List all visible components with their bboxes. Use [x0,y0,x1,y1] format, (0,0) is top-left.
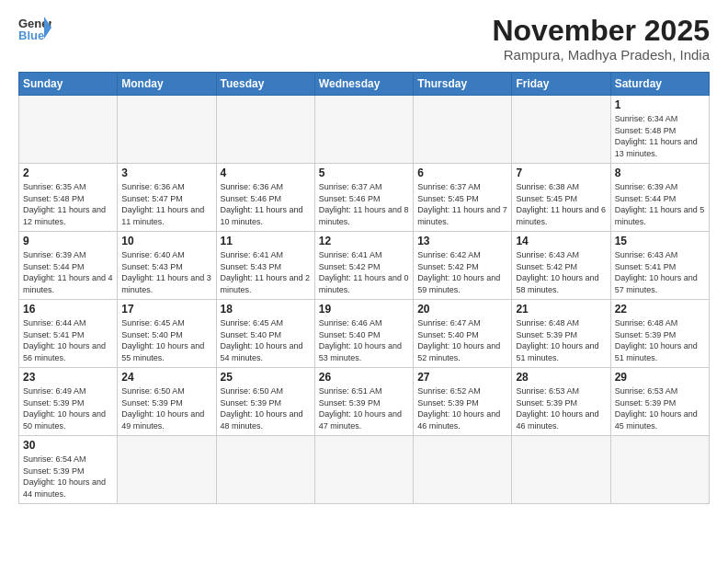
day-info: Sunrise: 6:41 AM Sunset: 5:43 PM Dayligh… [221,249,311,295]
table-row: 15Sunrise: 6:43 AM Sunset: 5:41 PM Dayli… [610,232,709,300]
table-row: 9Sunrise: 6:39 AM Sunset: 5:44 PM Daylig… [19,232,118,300]
day-info: Sunrise: 6:43 AM Sunset: 5:42 PM Dayligh… [516,249,606,295]
day-info: Sunrise: 6:51 AM Sunset: 5:39 PM Dayligh… [319,385,409,431]
day-info: Sunrise: 6:48 AM Sunset: 5:39 PM Dayligh… [516,317,606,363]
day-info: Sunrise: 6:34 AM Sunset: 5:48 PM Dayligh… [615,113,705,159]
table-row: 18Sunrise: 6:45 AM Sunset: 5:40 PM Dayli… [216,300,314,368]
day-number: 19 [319,303,409,316]
day-info: Sunrise: 6:39 AM Sunset: 5:44 PM Dayligh… [23,249,113,295]
day-info: Sunrise: 6:37 AM Sunset: 5:45 PM Dayligh… [417,181,507,227]
day-info: Sunrise: 6:36 AM Sunset: 5:47 PM Dayligh… [121,181,211,227]
day-number: 13 [417,235,507,247]
day-number: 21 [516,303,606,316]
table-row [414,96,512,164]
table-row: 26Sunrise: 6:51 AM Sunset: 5:39 PM Dayli… [314,368,413,436]
col-monday: Monday [118,73,216,96]
svg-text:Blue: Blue [18,29,44,42]
day-number: 10 [121,235,211,247]
table-row [610,436,709,503]
table-row: 10Sunrise: 6:40 AM Sunset: 5:43 PM Dayli… [118,232,216,300]
day-info: Sunrise: 6:44 AM Sunset: 5:41 PM Dayligh… [23,317,113,363]
table-row: 3Sunrise: 6:36 AM Sunset: 5:47 PM Daylig… [118,164,216,232]
logo: General Blue [18,15,51,42]
day-number: 27 [417,371,507,384]
table-row: 27Sunrise: 6:52 AM Sunset: 5:39 PM Dayli… [414,368,512,436]
col-thursday: Thursday [414,73,512,96]
day-info: Sunrise: 6:39 AM Sunset: 5:44 PM Dayligh… [615,181,705,227]
day-number: 1 [615,98,705,111]
day-number: 26 [319,371,409,384]
day-info: Sunrise: 6:48 AM Sunset: 5:39 PM Dayligh… [615,317,705,363]
day-info: Sunrise: 6:36 AM Sunset: 5:46 PM Dayligh… [221,181,311,227]
day-number: 23 [23,371,113,384]
col-tuesday: Tuesday [216,73,314,96]
col-sunday: Sunday [19,73,118,96]
day-info: Sunrise: 6:35 AM Sunset: 5:48 PM Dayligh… [23,181,113,227]
col-saturday: Saturday [610,73,709,96]
table-row: 16Sunrise: 6:44 AM Sunset: 5:41 PM Dayli… [19,300,118,368]
day-number: 12 [319,235,409,247]
calendar-week-0: 1Sunrise: 6:34 AM Sunset: 5:48 PM Daylig… [19,96,710,164]
calendar-table: Sunday Monday Tuesday Wednesday Thursday… [18,72,710,503]
calendar-week-3: 16Sunrise: 6:44 AM Sunset: 5:41 PM Dayli… [19,300,710,368]
table-row [118,436,216,503]
day-number: 11 [221,235,311,247]
day-number: 29 [615,371,705,384]
location: Rampura, Madhya Pradesh, India [492,47,710,63]
day-number: 6 [417,167,507,179]
table-row: 21Sunrise: 6:48 AM Sunset: 5:39 PM Dayli… [512,300,610,368]
day-number: 16 [23,303,113,316]
day-info: Sunrise: 6:45 AM Sunset: 5:40 PM Dayligh… [221,317,311,363]
day-info: Sunrise: 6:54 AM Sunset: 5:39 PM Dayligh… [23,454,113,500]
table-row [512,436,610,503]
day-info: Sunrise: 6:40 AM Sunset: 5:43 PM Dayligh… [121,249,211,295]
table-row: 28Sunrise: 6:53 AM Sunset: 5:39 PM Dayli… [512,368,610,436]
day-number: 7 [516,167,606,179]
table-row: 30Sunrise: 6:54 AM Sunset: 5:39 PM Dayli… [19,436,118,503]
col-wednesday: Wednesday [314,73,413,96]
month-title: November 2025 [492,15,710,47]
calendar-body: 1Sunrise: 6:34 AM Sunset: 5:48 PM Daylig… [19,96,710,503]
day-info: Sunrise: 6:43 AM Sunset: 5:41 PM Dayligh… [615,249,705,295]
day-number: 28 [516,371,606,384]
table-row: 23Sunrise: 6:49 AM Sunset: 5:39 PM Dayli… [19,368,118,436]
day-number: 14 [516,235,606,247]
day-info: Sunrise: 6:50 AM Sunset: 5:39 PM Dayligh… [221,385,311,431]
day-info: Sunrise: 6:53 AM Sunset: 5:39 PM Dayligh… [516,385,606,431]
day-info: Sunrise: 6:52 AM Sunset: 5:39 PM Dayligh… [417,385,507,431]
day-number: 20 [417,303,507,316]
table-row: 20Sunrise: 6:47 AM Sunset: 5:40 PM Dayli… [414,300,512,368]
table-row: 8Sunrise: 6:39 AM Sunset: 5:44 PM Daylig… [610,164,709,232]
table-row [314,436,413,503]
table-row: 17Sunrise: 6:45 AM Sunset: 5:40 PM Dayli… [118,300,216,368]
day-info: Sunrise: 6:37 AM Sunset: 5:46 PM Dayligh… [319,181,409,227]
day-number: 2 [23,167,113,179]
day-info: Sunrise: 6:46 AM Sunset: 5:40 PM Dayligh… [319,317,409,363]
table-row [314,96,413,164]
table-row: 1Sunrise: 6:34 AM Sunset: 5:48 PM Daylig… [610,96,709,164]
header: General Blue November 2025 Rampura, Madh… [18,15,710,63]
table-row: 2Sunrise: 6:35 AM Sunset: 5:48 PM Daylig… [19,164,118,232]
day-number: 9 [23,235,113,247]
day-number: 30 [23,439,113,452]
table-row: 12Sunrise: 6:41 AM Sunset: 5:42 PM Dayli… [314,232,413,300]
table-row [414,436,512,503]
day-info: Sunrise: 6:42 AM Sunset: 5:42 PM Dayligh… [417,249,507,295]
day-number: 24 [121,371,211,384]
col-friday: Friday [512,73,610,96]
header-row: Sunday Monday Tuesday Wednesday Thursday… [19,73,710,96]
calendar-week-1: 2Sunrise: 6:35 AM Sunset: 5:48 PM Daylig… [19,164,710,232]
table-row [19,96,118,164]
calendar-week-4: 23Sunrise: 6:49 AM Sunset: 5:39 PM Dayli… [19,368,710,436]
table-row [216,96,314,164]
logo-icon: General Blue [18,15,51,42]
day-info: Sunrise: 6:47 AM Sunset: 5:40 PM Dayligh… [417,317,507,363]
table-row: 4Sunrise: 6:36 AM Sunset: 5:46 PM Daylig… [216,164,314,232]
day-number: 18 [221,303,311,316]
day-info: Sunrise: 6:38 AM Sunset: 5:45 PM Dayligh… [516,181,606,227]
day-number: 3 [121,167,211,179]
day-info: Sunrise: 6:53 AM Sunset: 5:39 PM Dayligh… [615,385,705,431]
day-info: Sunrise: 6:49 AM Sunset: 5:39 PM Dayligh… [23,385,113,431]
title-block: November 2025 Rampura, Madhya Pradesh, I… [492,15,710,63]
table-row: 19Sunrise: 6:46 AM Sunset: 5:40 PM Dayli… [314,300,413,368]
